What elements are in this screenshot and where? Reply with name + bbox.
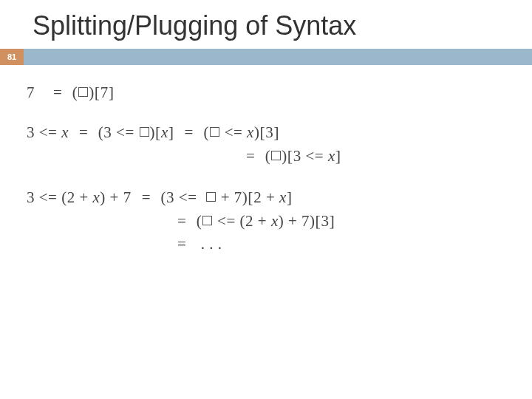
equation-row-cont: = ( <= (2 + x) + 7)[3] — [27, 211, 505, 231]
equals-sign: = — [167, 235, 197, 253]
header-bar: 81 — [0, 49, 532, 65]
equals-sign: = — [132, 188, 161, 207]
hole-icon — [78, 87, 88, 97]
equation-block-2: 3 <= x = (3 <= )[x] = ( <= x)[3] = ()[3 … — [27, 123, 505, 166]
equation-block-1: 7 = ()[7] — [27, 83, 505, 102]
hole-icon — [271, 151, 281, 160]
equals-sign: = — [47, 83, 68, 102]
hole-icon — [206, 192, 216, 202]
equals-sign: = — [167, 212, 197, 231]
equation-row-cont: = . . . — [27, 235, 505, 253]
equation-row: 3 <= x = (3 <= )[x] = ( <= x)[3] — [27, 123, 505, 142]
lhs: 7 — [27, 83, 47, 102]
ellipsis: . . . — [197, 235, 222, 253]
slide-title: Splitting/Plugging of Syntax — [0, 0, 532, 49]
rhs: ()[3 <= x] — [265, 146, 341, 166]
equals-sign: = — [236, 147, 265, 166]
slide-content: 7 = ()[7] 3 <= x = (3 <= )[x] = ( <= x)[… — [0, 65, 532, 253]
equation-row: 7 = ()[7] — [27, 83, 505, 102]
rhs: ( <= x)[3] — [203, 123, 279, 142]
rhs: ( <= (2 + x) + 7)[3] — [197, 211, 335, 231]
equation-block-3: 3 <= (2 + x) + 7 = (3 <= + 7)[2 + x] = (… — [27, 188, 505, 253]
equation-row-cont: = ()[3 <= x] — [27, 146, 505, 166]
equals-sign: = — [174, 123, 204, 142]
equation-row: 3 <= (2 + x) + 7 = (3 <= + 7)[2 + x] — [27, 188, 505, 207]
page-number-badge: 81 — [0, 49, 24, 65]
rhs: ()[7] — [68, 83, 115, 102]
hole-icon — [210, 127, 219, 137]
lhs: 3 <= (2 + x) + 7 — [27, 188, 132, 207]
hole-icon — [202, 216, 212, 225]
hole-icon — [140, 127, 149, 137]
mid: (3 <= )[x] — [98, 123, 174, 142]
lhs: 3 <= x — [27, 123, 69, 142]
rhs: (3 <= + 7)[2 + x] — [161, 188, 293, 207]
equals-sign: = — [69, 123, 98, 142]
